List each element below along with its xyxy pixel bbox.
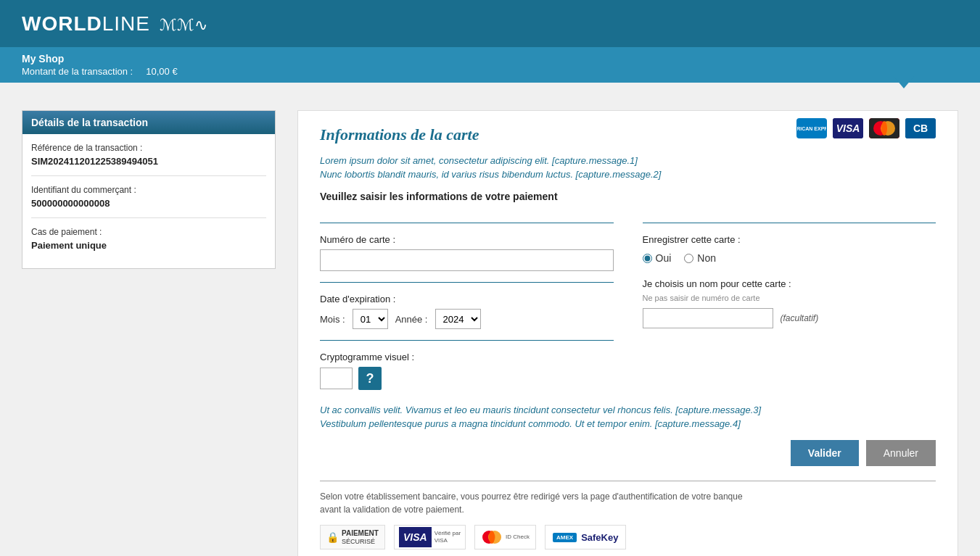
merchant-row: Identifiant du commerçant : 500000000000… <box>31 185 266 218</box>
logo-text: WORLDLINE <box>22 12 157 35</box>
form-columns: Numéro de carte : Date d'expiration : Mo… <box>320 217 936 390</box>
logo: WORLDLINE ℳℳ∿ <box>22 12 207 36</box>
amex-logo: AMERICAN EXPRESS <box>796 118 827 138</box>
expiry-divider <box>320 340 614 341</box>
card-name-input[interactable] <box>643 308 773 328</box>
content-area: AMERICAN EXPRESS VISA <box>297 110 958 556</box>
paiement-securise-badge: 🔒 PAIEMENTSÉCURISÉ <box>320 525 385 549</box>
reference-value: SIM202411201225389494051 <box>31 156 266 167</box>
cvv-label: Cryptogramme visuel : <box>320 352 614 362</box>
svg-point-12 <box>489 531 495 544</box>
button-row: Valider Annuler <box>320 440 936 466</box>
card-logos: AMERICAN EXPRESS VISA <box>796 118 936 138</box>
svg-text:CB: CB <box>913 123 928 134</box>
lock-icon: 🔒 <box>326 531 339 543</box>
expiry-label: Date d'expiration : <box>320 294 614 304</box>
amex-mini-logo: AMEX <box>553 533 577 542</box>
year-label: Année : <box>395 314 428 325</box>
name-input-row: (facultatif) <box>643 308 936 328</box>
visa-secure-text: Vérifié parVISA <box>435 530 461 545</box>
cvv-row: ? <box>320 367 614 390</box>
title-row: AMERICAN EXPRESS VISA <box>320 125 936 155</box>
mastercard-logo <box>869 118 899 138</box>
sidebar-title: Détails de la transaction <box>22 111 275 134</box>
year-select[interactable]: 2024 2025 2026 2027 2028 2029 2030 <box>435 309 481 329</box>
arrow-down-icon <box>893 75 915 88</box>
form-right: Enregistrer cette carte : Oui Non Je cho… <box>643 217 936 390</box>
svg-text:VISA: VISA <box>836 123 860 134</box>
bottom-messages: Ut ac convallis velit. Vivamus et leo eu… <box>320 404 936 429</box>
radio-oui-option[interactable]: Oui <box>643 252 672 264</box>
transaction-details-box: Détails de la transaction Référence de l… <box>22 110 276 269</box>
top-messages: Lorem ipsum dolor sit amet, consectetur … <box>320 155 936 180</box>
mc-secure-text: ID Check <box>506 534 530 541</box>
card-number-label: Numéro de carte : <box>320 234 614 245</box>
visa-secure-badge: VISA Vérifié parVISA <box>394 525 466 549</box>
payment-case-value: Paiement unique <box>31 240 266 251</box>
question-icon: ? <box>366 371 374 386</box>
security-divider <box>320 481 936 481</box>
annuler-button[interactable]: Annuler <box>866 440 936 466</box>
payment-case-row: Cas de paiement : Paiement unique <box>31 227 266 260</box>
reference-row: Référence de la transaction : SIM2024112… <box>31 143 266 176</box>
shop-name: My Shop <box>22 53 958 65</box>
choose-name-title: Je choisis un nom pour cette carte : <box>643 278 936 289</box>
paiement-securise-text: PAIEMENTSÉCURISÉ <box>342 529 379 546</box>
radio-non-option[interactable]: Non <box>684 252 716 264</box>
capture-message-4: Vestibulum pellentesque purus a magna ti… <box>320 418 936 429</box>
sidebar-content: Référence de la transaction : SIM2024112… <box>22 134 275 268</box>
svg-point-7 <box>881 121 887 136</box>
capture-message-1: Lorem ipsum dolor sit amet, consectetur … <box>320 155 936 166</box>
form-subtitle: Veuillez saisir les informations de votr… <box>320 191 936 202</box>
capture-message-2: Nunc lobortis blandit mauris, id varius … <box>320 169 936 180</box>
card-number-input[interactable] <box>320 249 614 271</box>
choose-name-hint: Ne pas saisir de numéro de carte <box>643 294 936 302</box>
reference-label: Référence de la transaction : <box>31 143 266 153</box>
main-layout: Détails de la transaction Référence de l… <box>0 88 980 556</box>
mc-icon <box>481 529 503 545</box>
left-divider <box>320 223 614 223</box>
radio-group: Oui Non <box>643 252 936 264</box>
register-card-title: Enregistrer cette carte : <box>643 234 936 245</box>
logo-waves-icon: ℳℳ∿ <box>160 16 207 34</box>
visa-logo: VISA <box>833 118 863 138</box>
visa-secure-v-icon: VISA <box>399 527 432 547</box>
capture-message-3: Ut ac convallis velit. Vivamus et leo eu… <box>320 404 936 415</box>
merchant-value: 500000000000008 <box>31 198 266 209</box>
security-logos: 🔒 PAIEMENTSÉCURISÉ VISA Vérifié parVISA … <box>320 525 936 549</box>
facultatif-label: (facultatif) <box>781 313 819 323</box>
header: WORLDLINE ℳℳ∿ <box>0 0 980 47</box>
month-label: Mois : <box>320 314 345 325</box>
payment-case-label: Cas de paiement : <box>31 227 266 237</box>
merchant-label: Identifiant du commerçant : <box>31 185 266 195</box>
sidebar: Détails de la transaction Référence de l… <box>22 110 276 556</box>
radio-non-label: Non <box>697 252 716 264</box>
radio-non-input[interactable] <box>684 254 693 263</box>
security-text-1: Selon votre établissement bancaire, vous… <box>320 491 743 502</box>
right-divider <box>643 223 936 223</box>
logo-bold: WORLD <box>22 12 102 35</box>
arrow-indicator <box>0 75 980 88</box>
expiry-row: Mois : 01 02 03 04 05 06 07 08 09 10 11 … <box>320 309 614 329</box>
form-left: Numéro de carte : Date d'expiration : Mo… <box>320 217 614 390</box>
cvv-input[interactable] <box>320 368 353 389</box>
security-text-2: avant la validation de votre paiement. <box>320 505 464 515</box>
cb-logo: CB <box>905 118 936 138</box>
svg-text:AMERICAN EXPRESS: AMERICAN EXPRESS <box>797 126 826 131</box>
safekey-text: SafeKey <box>581 532 618 543</box>
cvv-help-button[interactable]: ? <box>358 367 382 390</box>
radio-oui-label: Oui <box>656 252 672 264</box>
radio-oui-input[interactable] <box>643 254 652 263</box>
security-text: Selon votre établissement bancaire, vous… <box>320 490 936 516</box>
month-select[interactable]: 01 02 03 04 05 06 07 08 09 10 11 12 <box>353 309 388 329</box>
mc-secure-badge: ID Check <box>474 525 536 549</box>
valider-button[interactable]: Valider <box>791 440 859 466</box>
card-number-divider <box>320 282 614 283</box>
amex-safekey-badge: AMEX SafeKey <box>545 525 626 549</box>
